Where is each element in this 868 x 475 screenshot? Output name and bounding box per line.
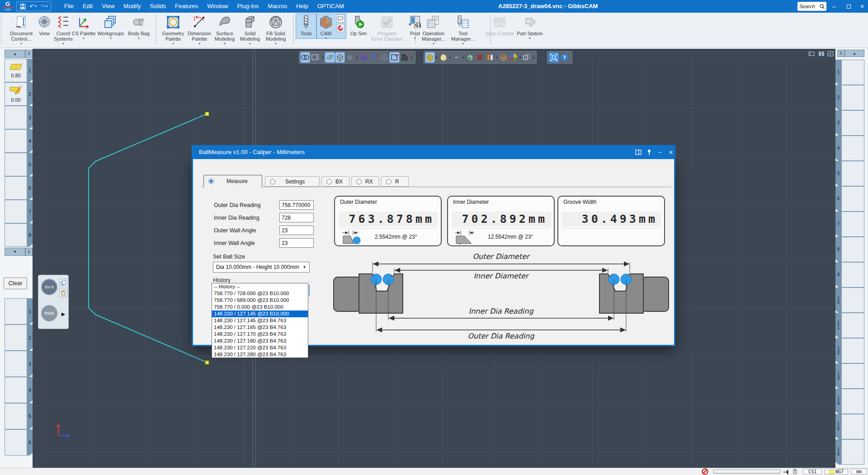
- cs-tab-7[interactable]: 7: [835, 212, 841, 237]
- document-control-button[interactable]: DocumentControl... ▾: [4, 14, 39, 47]
- viewport-pin-icon[interactable]: [807, 50, 816, 57]
- history-item[interactable]: 148.230 / 127.280 @23 B4.763: [212, 351, 308, 358]
- cs-cell-10[interactable]: [841, 287, 864, 313]
- copy-op-icon[interactable]: [59, 279, 67, 287]
- toolbar-handle[interactable]: [156, 14, 158, 44]
- cs-tab-4[interactable]: 4: [835, 136, 841, 161]
- balloon-icon[interactable]: [336, 14, 344, 23]
- outer-dia-reading-input[interactable]: [279, 200, 314, 210]
- cs-scroll-top-button[interactable]: ⊼: [837, 50, 844, 57]
- dropdown-caret-icon[interactable]: ▾: [449, 56, 452, 60]
- dropdown-caret-icon[interactable]: ▾: [159, 42, 187, 46]
- tab-rx[interactable]: RX: [351, 176, 379, 187]
- cs-cell-11[interactable]: [841, 313, 864, 338]
- workgroup-cell-6[interactable]: [5, 176, 27, 200]
- position-cell-2[interactable]: [5, 325, 27, 351]
- select-circles-icon[interactable]: [301, 52, 310, 62]
- workgroup-cell-2[interactable]: 0.00: [5, 82, 27, 106]
- cs-cell-13[interactable]: [841, 363, 864, 389]
- face-cube-icon[interactable]: [466, 52, 475, 62]
- cam-button[interactable]: CAM ▾: [316, 14, 335, 47]
- cs-tab-6[interactable]: 6: [835, 186, 841, 212]
- history-item[interactable]: 148.230 / 127.180 @23 B4.763: [212, 338, 308, 344]
- menu-edit[interactable]: Edit: [78, 0, 97, 13]
- dropdown-caret-icon[interactable]: ▾: [236, 42, 264, 46]
- cs-tab-12[interactable]: 12: [835, 338, 841, 363]
- cs-scroll-up-button[interactable]: ▲: [844, 50, 864, 57]
- flyout-arrow-icon[interactable]: ▸: [59, 310, 67, 318]
- position-tab-2[interactable]: 2: [27, 325, 33, 351]
- undo-button[interactable]: ↶▾: [28, 2, 38, 11]
- cs-tab-3[interactable]: 3: [835, 110, 841, 136]
- app-logo-icon[interactable]: G 2026: [2, 1, 13, 12]
- pin-icon[interactable]: [783, 469, 789, 475]
- save-icon[interactable]: [19, 3, 27, 10]
- dialog-minimize-button[interactable]: –: [656, 148, 665, 156]
- wg-scroll-top-button[interactable]: ⊼: [25, 50, 33, 58]
- cs-tab-2[interactable]: 2: [835, 85, 841, 110]
- cs-cell-9[interactable]: [841, 262, 864, 287]
- cs-cell-5[interactable]: [841, 161, 864, 186]
- workgroup-tab-7[interactable]: 7: [27, 200, 33, 223]
- part-solid-icon[interactable]: [370, 52, 379, 62]
- solid-modeling-button[interactable]: SolidModeling ▾: [236, 14, 264, 47]
- fb-solid-modeling-button[interactable]: FB SolidModeling ▾: [261, 14, 290, 47]
- position-tab-4[interactable]: 4: [27, 377, 33, 403]
- menu-solids[interactable]: Solids: [146, 0, 170, 13]
- compass-icon[interactable]: [380, 52, 389, 62]
- menu-help[interactable]: Help: [292, 0, 313, 13]
- slab-icon[interactable]: [452, 52, 461, 62]
- history-item[interactable]: 148.230 / 127.220 @23 B4.763: [212, 344, 308, 351]
- dropdown-caret-icon[interactable]: ▾: [97, 36, 125, 40]
- history-item[interactable]: 148.230 / 127.145 @23 B4.763: [212, 317, 308, 324]
- cs-box-icon[interactable]: [390, 52, 399, 62]
- ghost-cube-icon[interactable]: [345, 52, 354, 62]
- history-item[interactable]: 758.770 / 728.000 @23 B10.000: [212, 290, 308, 297]
- dropdown-caret-icon[interactable]: ▾: [261, 42, 290, 46]
- minimize-button[interactable]: –: [827, 0, 841, 13]
- position-tab-3[interactable]: 3: [27, 351, 33, 377]
- sync-control-button[interactable]: Sync Control: [485, 14, 514, 47]
- history-item[interactable]: 148.230 / 127.165 @23 B4.763: [212, 324, 308, 331]
- menu-window[interactable]: Window: [203, 0, 232, 13]
- workgroup-cell-7[interactable]: [5, 200, 27, 223]
- trash-icon[interactable]: [792, 468, 798, 475]
- workgroup-tab-4[interactable]: 4: [27, 129, 33, 153]
- cs-tab-13[interactable]: 13: [835, 363, 841, 389]
- part-station-button[interactable]: Part Station ▾: [515, 14, 544, 47]
- workgroup-tab-5[interactable]: 5: [27, 153, 33, 176]
- history-item[interactable]: -- History --: [212, 283, 308, 290]
- cs-cell-4[interactable]: [841, 136, 864, 161]
- surface-modeling-button[interactable]: SurfaceModeling ▾: [211, 14, 239, 47]
- geometry-palette-button[interactable]: GeometryPalette ▾: [159, 14, 187, 47]
- cs-palette-button[interactable]: CS Palette ▾: [71, 14, 96, 47]
- overlap-squares-icon[interactable]: [522, 52, 531, 62]
- plane-icon[interactable]: [325, 52, 334, 62]
- coord-systems-button[interactable]: CoordSystems ▾: [53, 14, 73, 47]
- wg-scroll-bottom-button[interactable]: ⊻: [25, 248, 33, 256]
- cs-cell-8[interactable]: [841, 237, 864, 262]
- open-cube-icon[interactable]: [439, 52, 448, 62]
- dialog-pin-icon[interactable]: [645, 148, 654, 156]
- program-error-checker-button[interactable]: ProgramError Checker: [371, 14, 403, 47]
- close-button[interactable]: ×: [855, 0, 868, 13]
- dropdown-caret-icon[interactable]: ▾: [435, 56, 438, 60]
- wg-scroll-up-button[interactable]: ▲: [5, 50, 25, 58]
- restore-button[interactable]: [842, 0, 855, 13]
- position-cell-5[interactable]: [5, 403, 27, 429]
- cs-tab-10[interactable]: 10: [835, 287, 841, 313]
- menu-macros[interactable]: Macros: [263, 0, 292, 13]
- wire-cube-icon[interactable]: [499, 52, 508, 62]
- dialog-layout-icon[interactable]: [634, 148, 643, 156]
- dropdown-caret-icon[interactable]: ▾: [419, 42, 448, 46]
- layers-icon[interactable]: [476, 52, 485, 62]
- cs-cell-7[interactable]: [841, 212, 864, 237]
- redo-caret-icon[interactable]: ▾: [46, 2, 47, 11]
- menu-view[interactable]: View: [97, 0, 119, 13]
- menu-file[interactable]: File: [60, 0, 78, 13]
- tab-bx[interactable]: BX: [321, 176, 349, 187]
- dropdown-caret-icon[interactable]: ▾: [71, 36, 96, 40]
- split-panels-icon[interactable]: [486, 52, 495, 62]
- cs-cell-3[interactable]: [841, 110, 864, 136]
- paste-op-icon[interactable]: [59, 289, 67, 297]
